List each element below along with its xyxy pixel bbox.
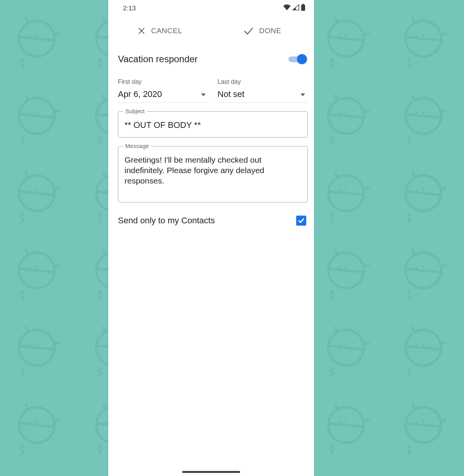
last-day-select[interactable]: Not set: [218, 89, 308, 103]
close-icon: [137, 27, 146, 35]
first-day-select[interactable]: Apr 6, 2020: [118, 89, 208, 103]
done-label: DONE: [259, 27, 281, 35]
cancel-button[interactable]: CANCEL: [108, 27, 211, 35]
phone-frame: 2:13 CANCEL DONE Vacation: [108, 0, 314, 476]
message-input[interactable]: [125, 155, 301, 194]
contacts-label: Send only to my Contacts: [118, 216, 215, 226]
status-time: 2:13: [123, 5, 136, 12]
status-bar: 2:13: [108, 0, 314, 15]
svg-rect-9: [302, 4, 304, 5]
nav-handle[interactable]: [182, 471, 240, 473]
wifi-icon: [283, 4, 291, 12]
done-button[interactable]: DONE: [211, 27, 314, 35]
chevron-down-icon: [201, 89, 206, 99]
contacts-checkbox[interactable]: [296, 216, 306, 226]
last-day-value: Not set: [218, 89, 245, 99]
checkmark-icon: [297, 217, 305, 224]
svg-rect-10: [301, 5, 305, 11]
message-label: Message: [123, 143, 151, 149]
subject-field[interactable]: Subject: [118, 111, 308, 138]
last-day-label: Last day: [218, 78, 308, 85]
message-field[interactable]: Message: [118, 146, 308, 202]
page-title: Vacation responder: [118, 54, 198, 65]
first-day-value: Apr 6, 2020: [118, 89, 162, 99]
subject-input[interactable]: [125, 120, 301, 130]
responder-toggle[interactable]: [288, 54, 306, 65]
cell-signal-icon: [292, 4, 299, 12]
date-row: First day Apr 6, 2020 Last day Not set: [108, 78, 314, 103]
chevron-down-icon: [300, 89, 305, 99]
battery-icon: [301, 4, 305, 13]
status-icons: [283, 4, 305, 13]
title-row: Vacation responder: [108, 54, 314, 65]
check-icon: [244, 27, 254, 35]
action-bar: CANCEL DONE: [108, 15, 314, 46]
cancel-label: CANCEL: [151, 27, 183, 35]
contacts-row: Send only to my Contacts: [108, 216, 314, 226]
first-day-label: First day: [118, 78, 208, 85]
subject-label: Subject: [123, 108, 147, 114]
